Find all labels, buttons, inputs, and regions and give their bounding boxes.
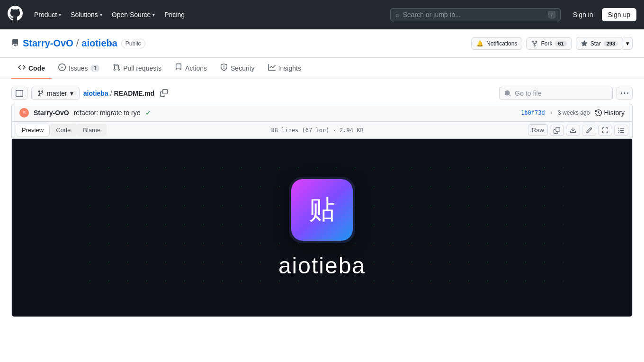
visibility-badge: Public	[121, 39, 145, 48]
star-group: Star 298 ▾	[576, 37, 633, 50]
search-icon	[504, 90, 511, 97]
readme-banner: 贴 aiotieba	[80, 158, 564, 298]
copy-icon	[554, 127, 560, 134]
expand-button[interactable]	[598, 125, 612, 136]
search-shortcut-kbd: /	[548, 11, 555, 18]
expand-icon	[602, 127, 608, 134]
history-button[interactable]: History	[595, 109, 625, 117]
nav-open-source[interactable]: Open Source ▾	[108, 8, 159, 21]
bell-icon: 🔔	[476, 40, 483, 47]
repo-folder-link[interactable]: aiotieba	[83, 90, 108, 97]
sign-up-button[interactable]: Sign up	[602, 8, 636, 21]
branch-selector-group: master ▾ aiotieba / README.md	[11, 87, 170, 100]
tab-code[interactable]: Code	[11, 58, 52, 79]
repo-name-link[interactable]: aiotieba	[81, 38, 117, 49]
repo-icon	[11, 39, 19, 48]
tab-pull-requests[interactable]: Pull requests	[106, 58, 168, 79]
copy-icon	[160, 89, 168, 97]
toggle-sidebar-button[interactable]	[11, 87, 27, 100]
goto-file-input[interactable]	[515, 90, 608, 97]
edit-icon	[586, 127, 592, 134]
goto-file-wrap[interactable]	[499, 87, 613, 100]
file-content-wrap: Preview Code Blame 88 lines (67 loc) · 2…	[11, 121, 633, 317]
star-icon	[581, 40, 588, 47]
download-icon	[570, 127, 576, 134]
search-input-wrap[interactable]: ⌕ /	[390, 8, 561, 21]
file-top-bar: master ▾ aiotieba / README.md	[11, 87, 633, 100]
commit-age: ·	[551, 109, 552, 116]
app-icon-inner: 贴	[291, 179, 353, 241]
auth-buttons: Sign in Sign up	[568, 8, 636, 21]
app-icon-char: 贴	[309, 192, 335, 228]
raw-button[interactable]: Raw	[528, 124, 548, 136]
nav-solutions[interactable]: Solutions ▾	[67, 8, 106, 21]
more-options-icon	[621, 90, 628, 97]
file-view-tabs: Preview Code Blame	[16, 124, 107, 136]
chevron-down-icon: ▾	[626, 40, 629, 47]
tab-actions[interactable]: Actions	[168, 58, 214, 79]
github-logo[interactable]	[8, 6, 23, 24]
notifications-button[interactable]: 🔔 Notifications	[471, 37, 522, 50]
history-icon	[595, 109, 602, 116]
nav-product[interactable]: Product ▾	[30, 8, 65, 21]
file-tabs-bar: Preview Code Blame 88 lines (67 loc) · 2…	[12, 122, 632, 139]
commit-age-text: 3 weeks ago	[558, 109, 590, 116]
commit-info-left: S Starry-OvO refactor: migrate to rye ✓	[19, 108, 151, 118]
tab-code-view[interactable]: Code	[50, 124, 77, 136]
pr-icon	[113, 63, 120, 72]
tab-insights[interactable]: Insights	[261, 58, 308, 79]
list-icon	[618, 127, 625, 134]
fork-group: Fork 61	[526, 37, 572, 50]
current-file: README.md	[114, 90, 155, 97]
fork-icon	[531, 40, 538, 47]
code-icon	[18, 63, 26, 72]
file-info: 88 lines (67 loc) · 2.94 KB	[271, 127, 364, 134]
more-options-button[interactable]	[617, 87, 633, 100]
file-action-buttons: Raw	[528, 124, 628, 136]
search-icon: ⌕	[395, 11, 399, 18]
file-breadcrumb: aiotieba / README.md	[83, 90, 154, 97]
sidebar-icon	[16, 90, 23, 97]
repo-owner-link[interactable]: Starry-OvO	[23, 38, 73, 49]
star-dropdown-button[interactable]: ▾	[623, 37, 633, 50]
banner-background: 贴 aiotieba	[80, 158, 564, 298]
list-view-button[interactable]	[614, 125, 628, 136]
repo-tabs: Code Issues 1 Pull requests Actions Secu…	[0, 58, 644, 79]
edit-button[interactable]	[582, 125, 596, 136]
security-icon	[220, 63, 228, 72]
insights-icon	[268, 63, 276, 72]
avatar: S	[19, 108, 29, 118]
repo-header: Starry-OvO / aiotieba Public 🔔 Notificat…	[0, 29, 644, 58]
fork-button[interactable]: Fork 61	[526, 37, 572, 50]
sign-in-button[interactable]: Sign in	[568, 8, 598, 21]
commit-message: refactor: migrate to rye	[74, 109, 141, 117]
app-icon: 贴	[289, 177, 355, 243]
star-button[interactable]: Star 298	[576, 37, 623, 50]
search-bar: ⌕ /	[390, 8, 561, 21]
download-button[interactable]	[566, 125, 580, 136]
readme-preview: 贴 aiotieba	[12, 139, 632, 317]
tab-blame[interactable]: Blame	[77, 124, 107, 136]
tab-issues[interactable]: Issues 1	[52, 58, 106, 79]
nav-links: Product ▾ Solutions ▾ Open Source ▾ Pric…	[30, 8, 188, 21]
search-input[interactable]	[403, 11, 545, 18]
commit-author[interactable]: Starry-OvO	[34, 109, 69, 117]
tab-security[interactable]: Security	[214, 58, 261, 79]
banner-title: aiotieba	[278, 253, 366, 279]
tab-preview[interactable]: Preview	[16, 124, 50, 136]
actions-icon	[175, 63, 182, 72]
commit-info-right: 1b0f73d · 3 weeks ago History	[521, 109, 625, 117]
chevron-down-icon: ▾	[59, 12, 61, 18]
copy-path-button[interactable]	[158, 88, 170, 99]
chevron-down-icon: ▾	[70, 90, 73, 97]
file-top-right	[499, 87, 633, 100]
commit-hash-link[interactable]: 1b0f73d	[521, 109, 545, 116]
top-navigation: Product ▾ Solutions ▾ Open Source ▾ Pric…	[0, 0, 644, 29]
commit-bar: S Starry-OvO refactor: migrate to rye ✓ …	[11, 104, 633, 121]
repo-actions: 🔔 Notifications Fork 61 Star 298 ▾	[471, 37, 633, 57]
repo-title-row: Starry-OvO / aiotieba Public	[11, 38, 145, 56]
copy-content-button[interactable]	[550, 125, 564, 136]
branch-selector[interactable]: master ▾	[31, 87, 80, 100]
breadcrumb: Starry-OvO / aiotieba	[23, 38, 117, 49]
nav-pricing[interactable]: Pricing	[161, 8, 188, 21]
